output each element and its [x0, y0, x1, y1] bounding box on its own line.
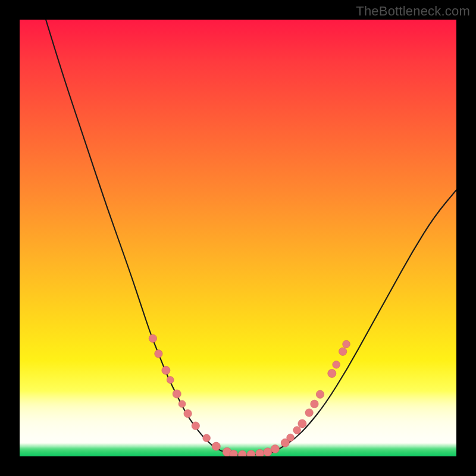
marker-dot	[264, 448, 272, 456]
marker-dot	[173, 390, 181, 398]
marker-dot	[203, 434, 211, 442]
marker-dot	[316, 390, 324, 398]
marker-dot	[343, 340, 350, 348]
marker-dot	[339, 347, 346, 355]
marker-dot	[271, 444, 279, 453]
marker-dot	[178, 400, 186, 408]
marker-dot	[230, 450, 237, 456]
marker-dot	[311, 400, 318, 408]
marker-dot	[293, 427, 301, 434]
marker-dot	[247, 450, 255, 456]
marker-dot	[167, 377, 174, 384]
marker-dot	[333, 361, 340, 369]
plot-area	[20, 20, 456, 456]
marker-dot	[192, 422, 199, 430]
marker-dot	[256, 449, 264, 456]
bottleneck-curve	[46, 20, 456, 455]
marker-dot	[184, 409, 192, 417]
marker-dot	[155, 350, 162, 358]
marker-dots	[149, 334, 350, 456]
watermark-text: TheBottleneck.com	[356, 4, 470, 19]
curve-layer	[20, 20, 456, 456]
marker-dot	[212, 442, 220, 450]
bottleneck-curve-path	[46, 20, 456, 455]
marker-dot	[328, 369, 336, 378]
marker-dot	[162, 366, 170, 374]
marker-dot	[149, 334, 156, 342]
marker-dot	[305, 409, 313, 416]
marker-dot	[298, 419, 306, 428]
marker-dot	[238, 450, 246, 456]
outer-frame: TheBottleneck.com	[0, 0, 476, 476]
marker-dot	[287, 434, 295, 441]
